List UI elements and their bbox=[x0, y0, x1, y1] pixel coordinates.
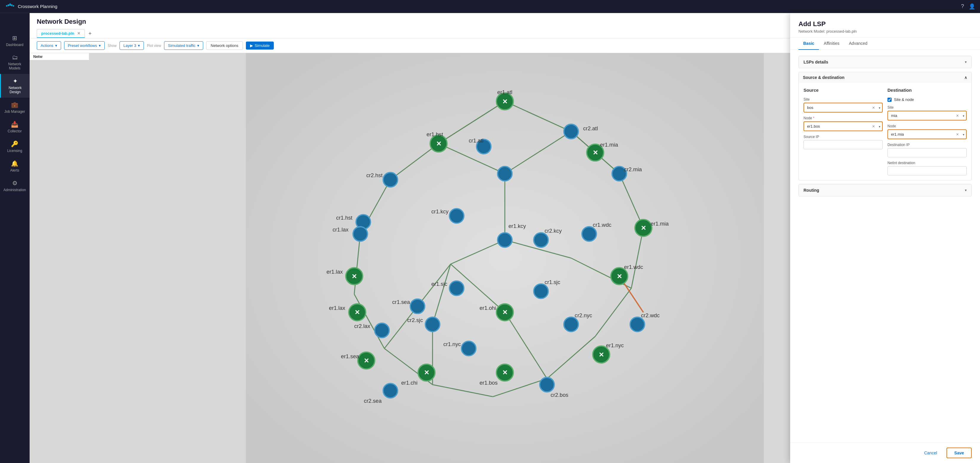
help-icon[interactable]: ? bbox=[961, 3, 964, 10]
lsp-details-title: LSPs details bbox=[803, 60, 828, 64]
source-ip-input[interactable] bbox=[803, 140, 883, 149]
source-ip-field: Source IP bbox=[803, 135, 883, 149]
sidebar-item-licensing[interactable]: 🔑 Licensing bbox=[0, 137, 29, 156]
tab-close-icon[interactable]: ✕ bbox=[77, 31, 80, 36]
sidebar-item-administration[interactable]: ⚙ Administration bbox=[0, 176, 29, 196]
tab-affinities[interactable]: Affinities bbox=[819, 37, 844, 50]
collector-icon: 📥 bbox=[11, 121, 18, 128]
svg-point-79 bbox=[630, 317, 644, 332]
destination-box: Destination Site & node Site ✕ ▾ bbox=[888, 88, 967, 176]
svg-text:cr2.atl: cr2.atl bbox=[583, 125, 598, 131]
svg-text:er1.sea: er1.sea bbox=[341, 353, 360, 359]
cancel-button[interactable]: Cancel bbox=[918, 447, 943, 458]
sidebar-item-network-models[interactable]: 🗂 Network Models bbox=[0, 51, 29, 74]
source-site-arrow-icon: ▾ bbox=[879, 106, 880, 109]
site-node-checkbox[interactable] bbox=[888, 97, 892, 102]
svg-point-77 bbox=[582, 227, 597, 241]
dest-ip-label: Destination IP bbox=[888, 143, 967, 147]
svg-text:✕: ✕ bbox=[598, 351, 604, 359]
lsp-details-section[interactable]: LSPs details ▾ bbox=[799, 56, 972, 68]
topbar-actions: ? 👤 bbox=[961, 3, 975, 10]
sidebar-item-job-manager[interactable]: 💼 Job Manager bbox=[0, 97, 29, 117]
layer3-chevron-icon: ▾ bbox=[138, 43, 140, 48]
svg-text:✕: ✕ bbox=[355, 309, 360, 316]
administration-icon: ⚙ bbox=[12, 180, 18, 187]
netint-field: NetInt destination bbox=[888, 161, 967, 176]
app-logo: Crosswork Planning bbox=[5, 3, 57, 10]
simulated-traffic-chevron-icon: ▾ bbox=[197, 43, 199, 48]
tab-advanced-label: Advanced bbox=[849, 41, 867, 46]
svg-text:✕: ✕ bbox=[617, 273, 622, 280]
source-node-clear-icon[interactable]: ✕ bbox=[872, 125, 875, 129]
sidebar-item-network-design[interactable]: ✦ Network Design bbox=[0, 74, 29, 97]
dest-site-clear-icon[interactable]: ✕ bbox=[956, 114, 959, 118]
dest-site-arrow-icon: ▾ bbox=[963, 114, 964, 117]
svg-rect-2 bbox=[11, 4, 13, 6]
netint-input[interactable] bbox=[888, 166, 967, 176]
source-node-input[interactable] bbox=[803, 121, 883, 131]
save-button[interactable]: Save bbox=[947, 447, 972, 458]
sidebar-label-network-models: Network Models bbox=[2, 62, 27, 70]
svg-text:cr2.mia: cr2.mia bbox=[624, 166, 642, 172]
svg-point-89 bbox=[540, 378, 554, 392]
svg-point-97 bbox=[410, 299, 425, 314]
svg-point-93 bbox=[383, 383, 398, 398]
sidebar-item-collector[interactable]: 📥 Collector bbox=[0, 117, 29, 137]
job-manager-icon: 💼 bbox=[11, 101, 18, 109]
svg-point-36 bbox=[564, 125, 578, 139]
actions-button[interactable]: Actions ▾ bbox=[37, 41, 61, 50]
network-options-button[interactable]: Network options bbox=[206, 41, 243, 50]
svg-text:✕: ✕ bbox=[593, 149, 598, 156]
layer3-button[interactable]: Layer 3 ▾ bbox=[119, 41, 144, 50]
sidebar-label-network-design: Network Design bbox=[3, 86, 27, 94]
svg-text:✕: ✕ bbox=[436, 140, 441, 147]
svg-rect-0 bbox=[10, 3, 11, 6]
dest-node-input[interactable] bbox=[888, 129, 967, 139]
source-node-label: Node * bbox=[803, 116, 883, 120]
svg-point-65 bbox=[534, 233, 548, 247]
tab-processed-lab[interactable]: processed-lab.pln ✕ bbox=[37, 29, 85, 38]
routing-section[interactable]: Routing ▾ bbox=[799, 184, 972, 196]
svg-point-56 bbox=[375, 323, 389, 338]
simulated-traffic-button[interactable]: Simulated traffic ▾ bbox=[164, 41, 203, 50]
alerts-icon: 🔔 bbox=[11, 160, 18, 167]
dest-node-arrow-icon: ▾ bbox=[963, 133, 964, 136]
svg-text:er1.kcy: er1.kcy bbox=[508, 223, 526, 229]
source-destination-section: Source & destination ∧ Source Site ✕ ▾ bbox=[799, 72, 972, 180]
svg-text:cr2.sea: cr2.sea bbox=[364, 398, 382, 404]
svg-point-73 bbox=[534, 284, 548, 299]
svg-text:er1.ohi: er1.ohi bbox=[480, 305, 496, 311]
simulate-label: Simulate bbox=[255, 43, 270, 48]
dest-ip-input[interactable] bbox=[888, 148, 967, 157]
simulate-button[interactable]: ▶ Simulate bbox=[246, 42, 274, 49]
tab-basic[interactable]: Basic bbox=[799, 37, 819, 50]
svg-text:✕: ✕ bbox=[352, 273, 357, 280]
dest-node-wrap: ✕ ▾ bbox=[888, 129, 967, 139]
svg-point-83 bbox=[564, 317, 578, 332]
modal-subtitle: Network Model: processed-lab.pln bbox=[799, 29, 972, 34]
svg-text:er1.lax: er1.lax bbox=[329, 305, 345, 311]
sidebar-label-job-manager: Job Manager bbox=[4, 110, 25, 114]
dest-node-clear-icon[interactable]: ✕ bbox=[956, 133, 959, 137]
tab-advanced[interactable]: Advanced bbox=[844, 37, 872, 50]
dest-node-label: Node bbox=[888, 124, 967, 128]
source-site-input[interactable] bbox=[803, 103, 883, 112]
dest-site-input[interactable] bbox=[888, 111, 967, 120]
user-icon[interactable]: 👤 bbox=[969, 3, 975, 10]
sidebar-item-alerts[interactable]: 🔔 Alerts bbox=[0, 156, 29, 176]
modal-tabs: Basic Affinities Advanced bbox=[790, 37, 980, 50]
dashboard-icon: ⊞ bbox=[12, 34, 17, 42]
sidebar-item-dashboard[interactable]: ⊞ Dashboard bbox=[0, 31, 29, 51]
svg-point-48 bbox=[383, 172, 398, 187]
sidebar-label-administration: Administration bbox=[3, 188, 26, 192]
tab-add-button[interactable]: + bbox=[86, 29, 94, 38]
source-site-clear-icon[interactable]: ✕ bbox=[872, 105, 875, 110]
network-options-label: Network options bbox=[211, 43, 238, 48]
preset-workflows-label: Preset workflows bbox=[68, 43, 97, 48]
src-dst-header[interactable]: Source & destination ∧ bbox=[799, 72, 971, 83]
svg-text:er1.nyc: er1.nyc bbox=[606, 342, 624, 348]
sidebar-label-alerts: Alerts bbox=[10, 168, 19, 172]
preset-workflows-button[interactable]: Preset workflows ▾ bbox=[64, 41, 105, 50]
simulate-play-icon: ▶ bbox=[250, 43, 253, 48]
lsp-details-chevron-icon: ▾ bbox=[965, 60, 967, 64]
